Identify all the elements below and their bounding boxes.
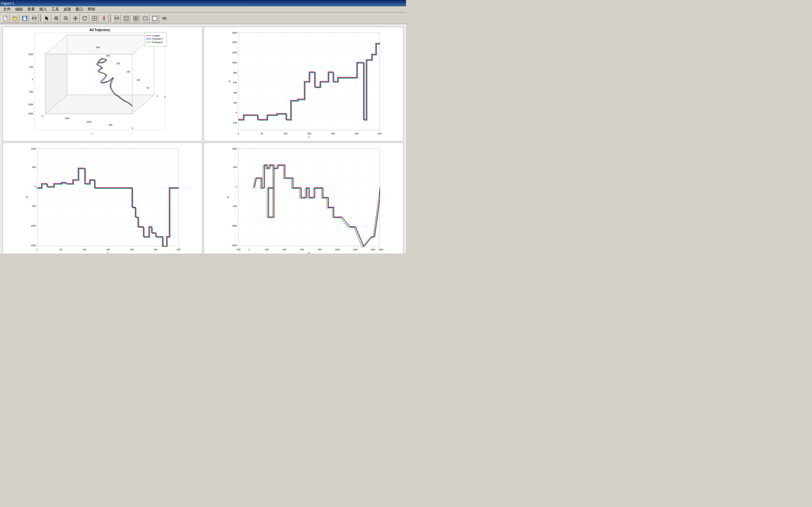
svg-text:Leader: Leader (152, 34, 160, 37)
title-bar: Figure 1 (0, 0, 406, 6)
svg-text:500: 500 (234, 166, 237, 168)
svg-rect-23 (103, 20, 105, 20)
save-button[interactable] (20, 14, 29, 23)
svg-text:t: t (91, 132, 92, 135)
svg-text:300: 300 (177, 248, 181, 250)
rotate-button[interactable] (81, 14, 90, 23)
svg-text:t: t (107, 251, 108, 253)
svg-text:0: 0 (37, 248, 38, 250)
svg-text:t: t (309, 135, 310, 138)
svg-text:50: 50 (60, 248, 62, 250)
menu-insert[interactable]: 插入 (38, 6, 49, 13)
svg-text:100: 100 (284, 132, 288, 135)
brush-button[interactable] (100, 14, 108, 23)
svg-text:-1000: -1000 (28, 103, 33, 106)
svg-text:-200: -200 (236, 248, 241, 250)
svg-text:500: 500 (109, 124, 113, 126)
svg-text:0: 0 (238, 132, 239, 135)
box2-button[interactable] (150, 14, 159, 23)
open-button[interactable] (11, 14, 20, 23)
svg-text:400: 400 (234, 92, 237, 94)
menu-help[interactable]: 帮助 (86, 6, 97, 13)
zoom-in-button[interactable] (52, 14, 61, 23)
svg-text:x: x (308, 251, 310, 253)
svg-text:-500: -500 (29, 91, 33, 93)
svg-text:1400: 1400 (370, 248, 375, 250)
svg-text:400: 400 (283, 248, 287, 250)
menu-window[interactable]: 窗口 (73, 6, 85, 13)
svg-text:-1500: -1500 (30, 244, 36, 246)
print2-button[interactable] (112, 14, 121, 23)
ta-label: tA (162, 16, 167, 20)
svg-text:1200: 1200 (353, 248, 357, 250)
svg-text:0: 0 (236, 186, 237, 188)
svg-text:-1000: -1000 (30, 225, 36, 227)
svg-rect-27 (124, 16, 129, 20)
svg-text:1000: 1000 (28, 53, 33, 55)
box1-button[interactable] (141, 14, 150, 23)
svg-text:0: 0 (132, 127, 133, 129)
svg-rect-21 (103, 16, 105, 19)
cursor-button[interactable] (43, 14, 51, 23)
svg-text:0: 0 (35, 186, 36, 188)
data-cursor-button[interactable] (90, 14, 99, 23)
svg-text:150: 150 (126, 71, 130, 73)
svg-text:200: 200 (234, 102, 237, 104)
svg-rect-2 (13, 17, 15, 18)
svg-text:50: 50 (261, 132, 263, 135)
main-content: All Trajectory (0, 24, 406, 253)
pan-button[interactable] (71, 14, 80, 23)
svg-text:y: y (226, 196, 229, 198)
svg-text:200: 200 (130, 248, 134, 250)
svg-text:250: 250 (154, 248, 157, 250)
svg-rect-32 (134, 16, 136, 18)
svg-rect-8 (33, 19, 36, 20)
svg-text:250: 250 (106, 55, 110, 57)
svg-text:y: y (25, 196, 28, 198)
svg-text:200: 200 (116, 62, 120, 65)
svg-text:200: 200 (331, 132, 335, 135)
svg-rect-26 (115, 19, 118, 20)
svg-text:500: 500 (32, 166, 36, 168)
svg-text:1000: 1000 (232, 61, 237, 64)
svg-marker-17 (86, 16, 87, 18)
menu-tools[interactable]: 工具 (49, 6, 61, 13)
svg-text:0: 0 (157, 95, 158, 97)
svg-rect-25 (115, 16, 118, 17)
menu-desktop[interactable]: 桌面 (61, 6, 73, 13)
grid2-button[interactable] (131, 14, 140, 23)
svg-rect-38 (153, 17, 156, 20)
svg-rect-36 (143, 17, 148, 20)
svg-text:200: 200 (265, 248, 269, 250)
print-button[interactable] (30, 14, 39, 23)
svg-text:-1000: -1000 (231, 225, 237, 227)
svg-text:Follower1: Follower1 (152, 38, 163, 40)
new-button[interactable] (1, 14, 10, 23)
svg-rect-7 (33, 16, 36, 17)
svg-text:1000: 1000 (335, 248, 340, 250)
menu-view[interactable]: 查看 (26, 6, 37, 13)
svg-text:x: x (164, 95, 165, 98)
svg-text:1000: 1000 (31, 148, 36, 150)
svg-rect-34 (134, 19, 136, 20)
svg-text:1600: 1600 (232, 32, 237, 34)
plot-bottom-right: y x 1000 500 0 -500 -1000 -1500 -200 0 2… (204, 143, 403, 253)
svg-rect-22 (103, 19, 105, 20)
grid1-button[interactable] (122, 14, 131, 23)
svg-text:600: 600 (300, 248, 304, 250)
svg-text:50: 50 (147, 87, 149, 89)
plot-bottom-left: y t 1000 500 0 -500 -1000 -1500 0 50 100… (3, 143, 202, 253)
menu-file[interactable]: 文件 (1, 6, 13, 13)
svg-text:-200: -200 (233, 122, 237, 124)
menu-edit[interactable]: 编辑 (13, 6, 25, 13)
plot-top-right: x t 1600 1400 1200 1000 800 600 400 200 … (204, 26, 403, 141)
svg-text:1400: 1400 (232, 41, 237, 43)
zoom-out-button[interactable] (61, 14, 70, 23)
svg-text:1000: 1000 (87, 121, 91, 123)
svg-line-11 (57, 19, 59, 20)
svg-text:1600: 1600 (379, 248, 384, 250)
svg-text:1000: 1000 (232, 148, 237, 150)
svg-text:800: 800 (234, 72, 237, 74)
svg-line-15 (67, 19, 68, 20)
separator-2 (110, 14, 111, 22)
